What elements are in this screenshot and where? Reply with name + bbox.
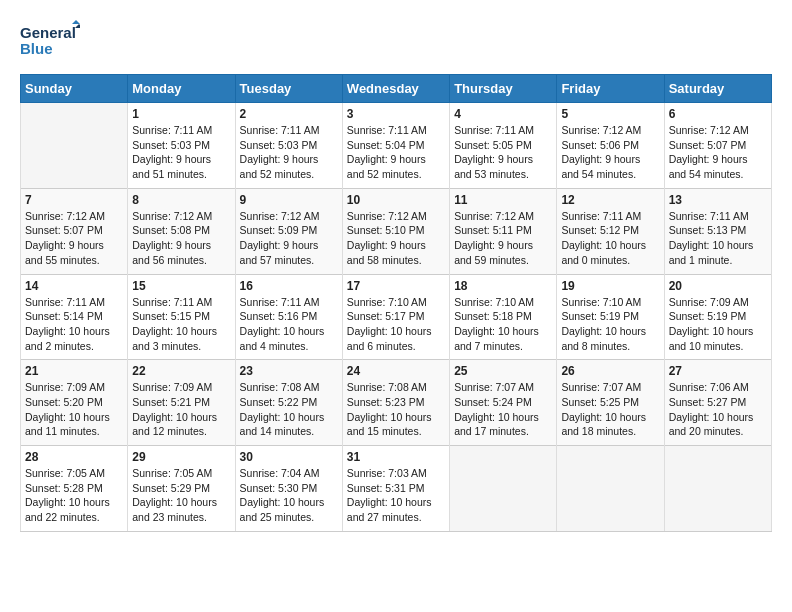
day-info: Sunrise: 7:11 AMSunset: 5:12 PMDaylight:… bbox=[561, 210, 646, 266]
day-cell bbox=[557, 446, 664, 532]
day-cell: 16Sunrise: 7:11 AMSunset: 5:16 PMDayligh… bbox=[235, 274, 342, 360]
day-cell: 28Sunrise: 7:05 AMSunset: 5:28 PMDayligh… bbox=[21, 446, 128, 532]
day-number: 9 bbox=[240, 193, 338, 207]
header-row: SundayMondayTuesdayWednesdayThursdayFrid… bbox=[21, 75, 772, 103]
day-cell: 6Sunrise: 7:12 AMSunset: 5:07 PMDaylight… bbox=[664, 103, 771, 189]
day-cell: 11Sunrise: 7:12 AMSunset: 5:11 PMDayligh… bbox=[450, 188, 557, 274]
day-number: 1 bbox=[132, 107, 230, 121]
day-number: 12 bbox=[561, 193, 659, 207]
day-number: 31 bbox=[347, 450, 445, 464]
week-row-1: 1Sunrise: 7:11 AMSunset: 5:03 PMDaylight… bbox=[21, 103, 772, 189]
week-row-4: 21Sunrise: 7:09 AMSunset: 5:20 PMDayligh… bbox=[21, 360, 772, 446]
day-info: Sunrise: 7:11 AMSunset: 5:14 PMDaylight:… bbox=[25, 296, 110, 352]
day-number: 28 bbox=[25, 450, 123, 464]
day-cell: 29Sunrise: 7:05 AMSunset: 5:29 PMDayligh… bbox=[128, 446, 235, 532]
day-cell: 8Sunrise: 7:12 AMSunset: 5:08 PMDaylight… bbox=[128, 188, 235, 274]
day-cell: 3Sunrise: 7:11 AMSunset: 5:04 PMDaylight… bbox=[342, 103, 449, 189]
logo: General Blue bbox=[20, 20, 80, 64]
day-info: Sunrise: 7:03 AMSunset: 5:31 PMDaylight:… bbox=[347, 467, 432, 523]
day-cell: 17Sunrise: 7:10 AMSunset: 5:17 PMDayligh… bbox=[342, 274, 449, 360]
day-cell: 21Sunrise: 7:09 AMSunset: 5:20 PMDayligh… bbox=[21, 360, 128, 446]
day-cell bbox=[450, 446, 557, 532]
column-header-saturday: Saturday bbox=[664, 75, 771, 103]
day-cell: 14Sunrise: 7:11 AMSunset: 5:14 PMDayligh… bbox=[21, 274, 128, 360]
day-info: Sunrise: 7:11 AMSunset: 5:03 PMDaylight:… bbox=[132, 124, 212, 180]
day-cell: 18Sunrise: 7:10 AMSunset: 5:18 PMDayligh… bbox=[450, 274, 557, 360]
day-info: Sunrise: 7:08 AMSunset: 5:22 PMDaylight:… bbox=[240, 381, 325, 437]
day-number: 21 bbox=[25, 364, 123, 378]
day-number: 10 bbox=[347, 193, 445, 207]
day-number: 6 bbox=[669, 107, 767, 121]
day-info: Sunrise: 7:07 AMSunset: 5:25 PMDaylight:… bbox=[561, 381, 646, 437]
svg-marker-2 bbox=[72, 20, 80, 24]
day-number: 25 bbox=[454, 364, 552, 378]
day-cell: 13Sunrise: 7:11 AMSunset: 5:13 PMDayligh… bbox=[664, 188, 771, 274]
column-header-wednesday: Wednesday bbox=[342, 75, 449, 103]
day-cell bbox=[664, 446, 771, 532]
day-cell: 15Sunrise: 7:11 AMSunset: 5:15 PMDayligh… bbox=[128, 274, 235, 360]
day-number: 3 bbox=[347, 107, 445, 121]
day-number: 8 bbox=[132, 193, 230, 207]
day-cell: 26Sunrise: 7:07 AMSunset: 5:25 PMDayligh… bbox=[557, 360, 664, 446]
day-cell: 25Sunrise: 7:07 AMSunset: 5:24 PMDayligh… bbox=[450, 360, 557, 446]
day-number: 18 bbox=[454, 279, 552, 293]
day-info: Sunrise: 7:09 AMSunset: 5:19 PMDaylight:… bbox=[669, 296, 754, 352]
column-header-tuesday: Tuesday bbox=[235, 75, 342, 103]
day-cell: 1Sunrise: 7:11 AMSunset: 5:03 PMDaylight… bbox=[128, 103, 235, 189]
page-header: General Blue bbox=[20, 20, 772, 64]
column-header-friday: Friday bbox=[557, 75, 664, 103]
day-number: 23 bbox=[240, 364, 338, 378]
day-number: 26 bbox=[561, 364, 659, 378]
day-cell: 9Sunrise: 7:12 AMSunset: 5:09 PMDaylight… bbox=[235, 188, 342, 274]
week-row-2: 7Sunrise: 7:12 AMSunset: 5:07 PMDaylight… bbox=[21, 188, 772, 274]
logo-svg: General Blue bbox=[20, 20, 80, 64]
day-number: 4 bbox=[454, 107, 552, 121]
day-number: 20 bbox=[669, 279, 767, 293]
day-info: Sunrise: 7:12 AMSunset: 5:11 PMDaylight:… bbox=[454, 210, 534, 266]
day-number: 16 bbox=[240, 279, 338, 293]
day-cell: 2Sunrise: 7:11 AMSunset: 5:03 PMDaylight… bbox=[235, 103, 342, 189]
day-cell: 5Sunrise: 7:12 AMSunset: 5:06 PMDaylight… bbox=[557, 103, 664, 189]
calendar-header: SundayMondayTuesdayWednesdayThursdayFrid… bbox=[21, 75, 772, 103]
day-cell: 30Sunrise: 7:04 AMSunset: 5:30 PMDayligh… bbox=[235, 446, 342, 532]
day-number: 7 bbox=[25, 193, 123, 207]
day-info: Sunrise: 7:06 AMSunset: 5:27 PMDaylight:… bbox=[669, 381, 754, 437]
calendar-body: 1Sunrise: 7:11 AMSunset: 5:03 PMDaylight… bbox=[21, 103, 772, 532]
day-number: 15 bbox=[132, 279, 230, 293]
day-info: Sunrise: 7:10 AMSunset: 5:19 PMDaylight:… bbox=[561, 296, 646, 352]
day-number: 30 bbox=[240, 450, 338, 464]
column-header-thursday: Thursday bbox=[450, 75, 557, 103]
column-header-sunday: Sunday bbox=[21, 75, 128, 103]
day-number: 19 bbox=[561, 279, 659, 293]
day-number: 14 bbox=[25, 279, 123, 293]
day-info: Sunrise: 7:05 AMSunset: 5:28 PMDaylight:… bbox=[25, 467, 110, 523]
day-info: Sunrise: 7:11 AMSunset: 5:15 PMDaylight:… bbox=[132, 296, 217, 352]
day-info: Sunrise: 7:11 AMSunset: 5:13 PMDaylight:… bbox=[669, 210, 754, 266]
day-number: 22 bbox=[132, 364, 230, 378]
day-number: 17 bbox=[347, 279, 445, 293]
day-cell: 31Sunrise: 7:03 AMSunset: 5:31 PMDayligh… bbox=[342, 446, 449, 532]
day-info: Sunrise: 7:11 AMSunset: 5:05 PMDaylight:… bbox=[454, 124, 534, 180]
day-cell: 12Sunrise: 7:11 AMSunset: 5:12 PMDayligh… bbox=[557, 188, 664, 274]
day-info: Sunrise: 7:10 AMSunset: 5:17 PMDaylight:… bbox=[347, 296, 432, 352]
day-cell: 4Sunrise: 7:11 AMSunset: 5:05 PMDaylight… bbox=[450, 103, 557, 189]
day-number: 11 bbox=[454, 193, 552, 207]
day-info: Sunrise: 7:11 AMSunset: 5:03 PMDaylight:… bbox=[240, 124, 320, 180]
day-info: Sunrise: 7:09 AMSunset: 5:20 PMDaylight:… bbox=[25, 381, 110, 437]
day-cell: 19Sunrise: 7:10 AMSunset: 5:19 PMDayligh… bbox=[557, 274, 664, 360]
day-cell: 24Sunrise: 7:08 AMSunset: 5:23 PMDayligh… bbox=[342, 360, 449, 446]
day-cell: 23Sunrise: 7:08 AMSunset: 5:22 PMDayligh… bbox=[235, 360, 342, 446]
day-info: Sunrise: 7:12 AMSunset: 5:10 PMDaylight:… bbox=[347, 210, 427, 266]
day-info: Sunrise: 7:12 AMSunset: 5:06 PMDaylight:… bbox=[561, 124, 641, 180]
day-info: Sunrise: 7:05 AMSunset: 5:29 PMDaylight:… bbox=[132, 467, 217, 523]
day-info: Sunrise: 7:11 AMSunset: 5:04 PMDaylight:… bbox=[347, 124, 427, 180]
day-info: Sunrise: 7:04 AMSunset: 5:30 PMDaylight:… bbox=[240, 467, 325, 523]
day-number: 27 bbox=[669, 364, 767, 378]
day-info: Sunrise: 7:12 AMSunset: 5:07 PMDaylight:… bbox=[669, 124, 749, 180]
day-cell: 7Sunrise: 7:12 AMSunset: 5:07 PMDaylight… bbox=[21, 188, 128, 274]
svg-text:Blue: Blue bbox=[20, 40, 53, 57]
day-number: 13 bbox=[669, 193, 767, 207]
calendar-table: SundayMondayTuesdayWednesdayThursdayFrid… bbox=[20, 74, 772, 532]
day-info: Sunrise: 7:08 AMSunset: 5:23 PMDaylight:… bbox=[347, 381, 432, 437]
day-number: 29 bbox=[132, 450, 230, 464]
